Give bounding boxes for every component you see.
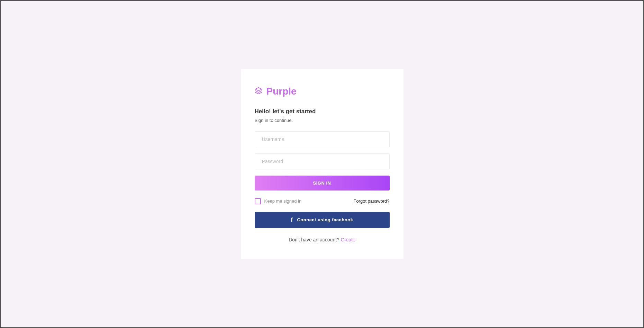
signup-prompt-text: Don't have an account?: [289, 237, 341, 242]
signup-prompt: Don't have an account? Create: [255, 237, 390, 242]
layers-icon: [255, 87, 262, 96]
keep-signed-label: Keep me signed in: [264, 198, 302, 204]
brand-logo: Purple: [255, 86, 390, 97]
facebook-connect-button[interactable]: f Connect using facebook: [255, 212, 390, 228]
password-input[interactable]: [255, 153, 390, 169]
svg-marker-0: [255, 87, 261, 90]
signin-button[interactable]: SIGN IN: [255, 176, 390, 190]
login-card: Purple Hello! let's get started Sign in …: [241, 69, 403, 259]
create-account-link[interactable]: Create: [341, 237, 355, 242]
username-input[interactable]: [255, 131, 390, 147]
facebook-icon: f: [291, 217, 293, 223]
keep-signed-checkbox[interactable]: Keep me signed in: [255, 198, 302, 204]
page-heading: Hello! let's get started: [255, 108, 390, 115]
checkbox-icon[interactable]: [255, 198, 261, 204]
facebook-button-label: Connect using facebook: [297, 217, 353, 222]
brand-name: Purple: [266, 86, 297, 97]
forgot-password-link[interactable]: Forgot password?: [353, 198, 389, 204]
page-subheading: Sign in to continue.: [255, 118, 390, 123]
